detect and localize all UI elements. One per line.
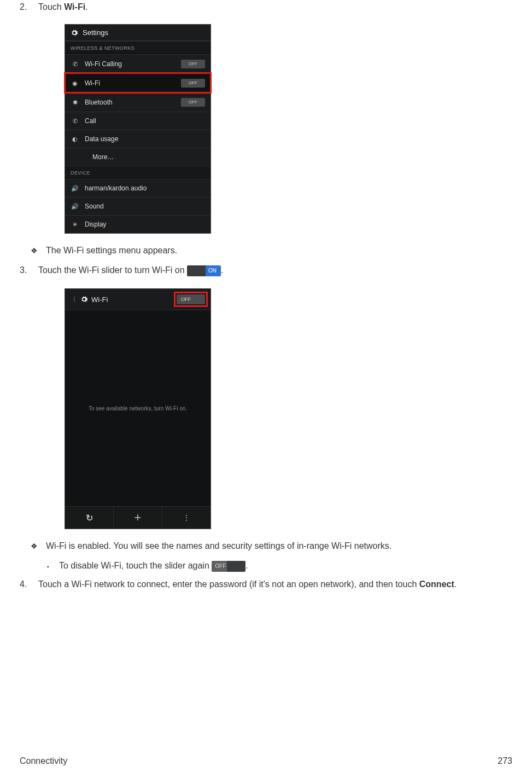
step-3-number: 3. [20, 265, 38, 275]
square-bullet-icon: ▪ [47, 564, 59, 570]
call-icon: ✆ [71, 118, 79, 125]
wifi-empty-message: To see available networks, turn Wi-Fi on… [89, 405, 187, 411]
step-3-result-text: Wi-Fi is enabled. You will see the names… [46, 541, 391, 551]
wifi-toggle-on-icon: ON [187, 265, 221, 276]
step-3-disable-after: . [245, 561, 248, 570]
step-3-disable-text: To disable Wi-Fi, touch the slider again… [59, 561, 248, 572]
overflow-menu-icon[interactable]: ⋮ [162, 507, 211, 529]
phone-icon: ✆ [71, 61, 79, 68]
settings-row-label: Wi-Fi [85, 79, 181, 87]
speaker-icon: 🔊 [71, 185, 79, 192]
step-2-bold: Wi-Fi [64, 2, 85, 11]
wifi-toggle-off-icon: OFF [212, 561, 245, 572]
settings-row-more-[interactable]: More… [65, 148, 211, 166]
step-2-result-text: The Wi-Fi settings menu appears. [46, 246, 177, 256]
step-3-text: Touch the Wi-Fi slider to turn Wi-Fi on … [38, 265, 512, 276]
step-2-result: ❖ The Wi-Fi settings menu appears. [20, 246, 512, 256]
footer-section: Connectivity [20, 756, 67, 766]
step-4-bold: Connect [419, 579, 454, 589]
footer-page-number: 273 [498, 756, 512, 766]
step-3-text-after: . [221, 265, 223, 275]
settings-row-label: Sound [85, 202, 205, 210]
diamond-bullet-icon: ❖ [31, 246, 46, 255]
data-icon: ◐ [71, 136, 79, 143]
step-3-text-before: Touch the Wi-Fi slider to turn Wi-Fi on [38, 265, 187, 275]
wifi-icon: ◉ [71, 80, 79, 87]
step-3-disable-note: ▪ To disable Wi-Fi, touch the slider aga… [20, 561, 512, 572]
gear-icon [71, 29, 78, 37]
wifi-bottombar: ↻ + ⋮ [65, 506, 211, 529]
settings-row-bluetooth[interactable]: ✱BluetoothOFF [65, 92, 211, 112]
back-icon[interactable]: 〈 [69, 295, 76, 304]
diamond-bullet-icon: ❖ [31, 542, 46, 550]
step-4-number: 4. [20, 579, 38, 589]
toggle-switch[interactable]: OFF [181, 98, 205, 107]
wifi-body: To see available networks, turn Wi-Fi on… [65, 310, 211, 506]
settings-row-wi-fi-calling[interactable]: ✆Wi-Fi CallingOFF [65, 54, 211, 73]
settings-row-harman-kardon-audio[interactable]: 🔊harman/kardon audio [65, 179, 211, 197]
wifi-toggle-highlight: OFF [176, 293, 206, 305]
step-3-result: ❖ Wi-Fi is enabled. You will see the nam… [20, 541, 512, 551]
settings-row-sound[interactable]: 🔊Sound [65, 197, 211, 215]
settings-row-label: Display [85, 221, 205, 228]
step-4-text-after: . [454, 579, 457, 589]
settings-row-display[interactable]: ☀Display [65, 215, 211, 233]
wifi-topbar: 〈 Wi-Fi OFF [65, 289, 211, 310]
step-4-text-before: Touch a Wi-Fi network to connect, enter … [38, 579, 419, 589]
refresh-icon[interactable]: ↻ [65, 507, 114, 529]
settings-row-label: Call [85, 117, 205, 125]
step-2: 2. Touch Wi-Fi. [20, 2, 512, 12]
settings-row-label: Bluetooth [85, 98, 181, 106]
step-2-number: 2. [20, 2, 38, 12]
settings-header: Settings [65, 25, 211, 41]
gear-icon [80, 295, 88, 303]
step-4: 4. Touch a Wi-Fi network to connect, ent… [20, 579, 512, 589]
add-network-icon[interactable]: + [114, 507, 162, 529]
step-2-text-after: . [85, 2, 87, 11]
toggle-switch[interactable]: OFF [181, 60, 205, 68]
settings-row-label: More… [85, 153, 205, 161]
wifi-screen-title: Wi-Fi [91, 295, 108, 304]
settings-row-wi-fi[interactable]: ◉Wi-FiOFF [65, 73, 211, 92]
toggle-switch[interactable]: OFF [181, 79, 205, 88]
step-3: 3. Touch the Wi-Fi slider to turn Wi-Fi … [20, 265, 512, 276]
sound-icon: 🔊 [71, 203, 79, 210]
section-device: DEVICE [65, 166, 211, 179]
section-wireless-networks: WIRELESS & NETWORKS [65, 41, 211, 54]
wifi-toggle[interactable]: OFF [177, 294, 205, 304]
screenshot-settings-list: Settings WIRELESS & NETWORKS ✆Wi-Fi Call… [20, 24, 512, 234]
settings-row-data-usage[interactable]: ◐Data usage [65, 130, 211, 148]
step-2-text: Touch Wi-Fi. [38, 2, 512, 12]
settings-row-label: Data usage [85, 135, 205, 143]
bluetooth-icon: ✱ [71, 99, 79, 106]
page-footer: Connectivity 273 [20, 756, 512, 766]
settings-row-call[interactable]: ✆Call [65, 112, 211, 130]
display-icon: ☀ [71, 221, 79, 228]
settings-row-label: Wi-Fi Calling [85, 60, 181, 68]
step-4-text: Touch a Wi-Fi network to connect, enter … [38, 579, 512, 589]
settings-row-label: harman/kardon audio [85, 184, 205, 192]
screenshot-wifi-detail: 〈 Wi-Fi OFF To see available networks, t… [20, 288, 512, 529]
step-3-disable-before: To disable Wi-Fi, touch the slider again [59, 561, 212, 570]
step-2-text-before: Touch [38, 2, 64, 11]
settings-title: Settings [83, 28, 108, 37]
